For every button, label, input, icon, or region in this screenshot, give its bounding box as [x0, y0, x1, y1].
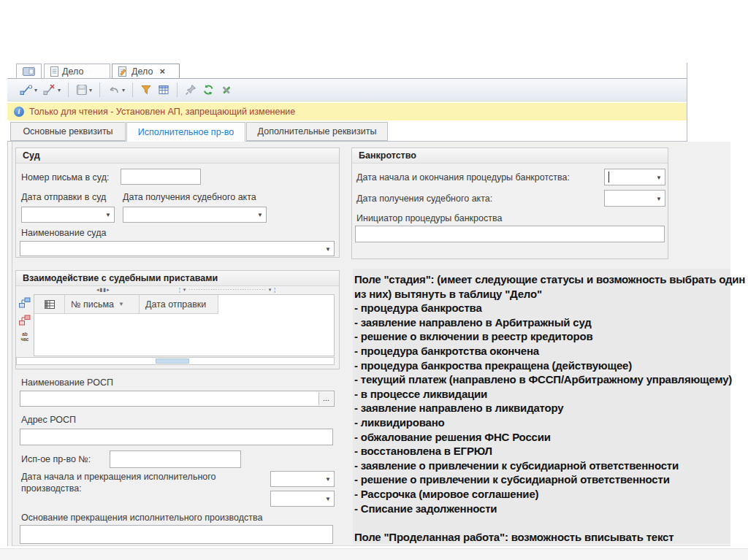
document-icon — [50, 66, 58, 77]
table-icon — [45, 300, 55, 309]
save-icon — [76, 84, 88, 96]
grid-horizontal-scrollbar[interactable] — [16, 357, 335, 365]
window-icon — [23, 67, 35, 76]
readonly-warning-bar: i Только для чтения - Установлен АП, зап… — [7, 103, 687, 120]
note-line: - заявление направлено в Арбитражный суд — [354, 315, 729, 330]
proceedings-number-input[interactable] — [110, 450, 241, 468]
termination-reason-input[interactable] — [20, 525, 333, 544]
bankruptcy-act-date-label: Дата получения судебного акта: — [356, 193, 492, 204]
save-button[interactable]: ▾ — [74, 81, 94, 99]
time-format-icon[interactable]: abчас — [20, 332, 28, 342]
table-settings-button[interactable] — [156, 81, 172, 99]
note-line: - решение о привлечении к субсидиарной о… — [354, 472, 729, 487]
grid-corner-cell[interactable] — [34, 295, 65, 314]
add-row-icon[interactable] — [19, 297, 31, 308]
note-line: - текущий платеж (направлено в ФССП/Арби… — [354, 372, 729, 387]
proceedings-end-date-dropdown[interactable]: ▼ — [270, 491, 335, 507]
letters-grid[interactable]: № письма ▼ Дата отправки — [34, 294, 335, 356]
main-toolbar: ▾ ▾ ▾ ▾ — [7, 79, 687, 101]
bankruptcy-dates-label: Дата начала и окончания процедуры банкро… — [356, 172, 570, 183]
chevron-down-icon: ▾ — [122, 87, 125, 93]
court-panel-title: Суд — [16, 148, 339, 164]
doc-tab-home[interactable] — [16, 64, 42, 79]
toolbar-separator — [99, 83, 100, 97]
termination-reason-label: Основание прекращения исполнительного пр… — [21, 513, 263, 523]
chevron-down-icon: ▾ — [58, 87, 61, 93]
refresh-icon — [202, 84, 215, 96]
bankruptcy-act-date-dropdown[interactable]: ▼ — [604, 190, 665, 207]
proceedings-number-label: Исп-ое пр-во №: — [21, 454, 91, 464]
send-date-label: Дата отправки в суд — [21, 192, 106, 202]
scrollbar-thumb[interactable] — [156, 358, 189, 364]
note-line: - заявление о привлечении к субсидиарной… — [354, 459, 729, 473]
column-label: Дата отправки — [145, 299, 206, 310]
bankruptcy-initiator-input[interactable] — [355, 226, 665, 242]
act-date-dropdown[interactable]: ▼ — [123, 207, 267, 223]
bankruptcy-initiator-label: Инициатор процедуры банкроства — [356, 213, 502, 223]
chevron-down-icon: ▼ — [105, 212, 111, 218]
chevron-down-icon: ▼ — [656, 195, 662, 202]
grid-splitter-handle[interactable]: ◂▮▮▸ — [96, 287, 110, 293]
doc-tab-label: Дело — [131, 66, 153, 77]
note-line: - в процессе ликвидации — [354, 387, 729, 402]
sort-arrow-icon: ▼ — [118, 301, 124, 307]
note-line: из них) вытянуть в таблицу "Дело" — [354, 287, 729, 302]
filter-icon — [140, 84, 152, 96]
grid-collapsed-scrollbar[interactable]: ¦ ▾ ································ ▾ ¦ — [179, 287, 276, 293]
toolbar-separator — [68, 83, 69, 97]
note-line: - процедура банкротства окончена — [354, 344, 729, 358]
route-delete-button[interactable]: ▾ — [41, 81, 63, 99]
tab-label: Основные реквизиты — [23, 126, 112, 137]
rosp-address-input[interactable] — [20, 429, 333, 445]
chevron-down-icon: ▼ — [325, 496, 331, 502]
window-right-border — [687, 63, 687, 142]
pin-button[interactable] — [183, 81, 199, 99]
info-icon: i — [14, 107, 24, 117]
bailiff-panel-title: Взаимодействие с судебными приставами — [16, 271, 339, 286]
letter-number-input[interactable] — [121, 169, 201, 185]
rosp-name-field[interactable]: ... — [20, 391, 335, 407]
tab-main-details[interactable]: Основные реквизиты — [10, 122, 126, 141]
proceedings-start-date-dropdown[interactable]: ▼ — [270, 471, 335, 487]
note-line: - заявление направлено в ликвидатору — [354, 401, 729, 415]
tools-button[interactable] — [218, 81, 234, 99]
ellipsis-button[interactable]: ... — [318, 392, 333, 405]
readonly-warning-text: Только для чтения - Установлен АП, запре… — [29, 107, 295, 117]
chevron-down-icon: ▼ — [257, 212, 263, 218]
chevron-down-icon: ▼ — [325, 245, 331, 252]
refresh-button[interactable] — [200, 81, 217, 99]
doc-tab-delo-2-active[interactable]: Дело × — [112, 64, 180, 79]
close-icon[interactable]: × — [159, 66, 165, 77]
tab-label: Исполнительное пр-во — [138, 127, 234, 137]
tools-icon — [221, 84, 232, 96]
bankruptcy-panel-title: Банкротство — [352, 148, 668, 164]
delete-row-icon[interactable] — [19, 315, 31, 326]
send-date-dropdown[interactable]: ▼ — [21, 207, 115, 223]
clear-button[interactable]: ▾ — [105, 81, 127, 99]
column-header-letter-number[interactable]: № письма ▼ — [65, 295, 140, 314]
left-scrollbar[interactable] — [7, 142, 12, 546]
chevron-down-icon: ▾ — [89, 87, 92, 93]
doc-tab-delo-1[interactable]: Дело — [44, 64, 110, 79]
court-name-dropdown[interactable]: ▼ — [20, 241, 335, 256]
column-header-send-date[interactable]: Дата отправки — [140, 295, 218, 314]
bankruptcy-start-date-dropdown[interactable]: ▼ — [604, 169, 665, 185]
note-line: - процедура банкроства прекращена (дейст… — [354, 358, 729, 373]
tab-additional-details[interactable]: Дополнительные реквизиты — [246, 122, 388, 141]
document-edit-icon — [118, 66, 128, 77]
grid-header: № письма ▼ Дата отправки — [34, 295, 334, 314]
letter-number-label: Номер письма в суд: — [21, 172, 109, 183]
form-tabstrip-divider — [7, 141, 687, 142]
rosp-address-label: Адрес РОСП — [21, 415, 76, 425]
tab-enforcement-proceedings[interactable]: Исполнительное пр-во — [126, 122, 245, 142]
text-cursor — [608, 172, 609, 183]
note-line: Поле "стадия": (имеет следующие статусы … — [354, 272, 729, 287]
grid-toolbar: abчас — [17, 297, 33, 342]
annotation-notes: Поле "стадия": (имеет следующие статусы … — [353, 269, 730, 544]
chevron-down-icon: ▼ — [325, 476, 331, 483]
pin-icon — [185, 84, 196, 96]
act-date-label: Дата получения судебного акта — [123, 192, 256, 202]
page-bottom-strip — [0, 548, 748, 560]
route-button[interactable]: ▾ — [18, 81, 39, 99]
filter-button[interactable] — [138, 81, 154, 99]
